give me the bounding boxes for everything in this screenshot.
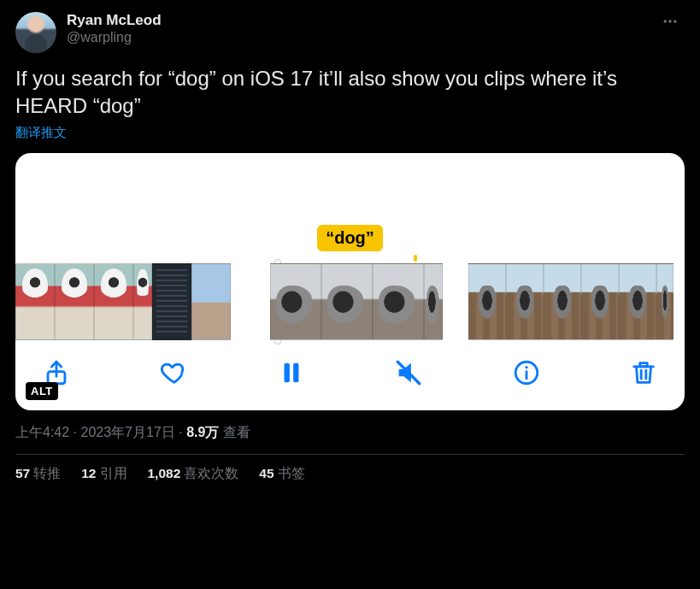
retweets-stat[interactable]: 57转推 <box>15 465 61 483</box>
thumbnail <box>424 263 443 340</box>
like-button[interactable] <box>156 356 191 390</box>
video-scrubber-strip[interactable] <box>15 263 685 340</box>
svg-point-9 <box>525 366 527 368</box>
svg-point-2 <box>674 20 676 22</box>
tweet-stats: 57转推 12引用 1,082喜欢次数 45书签 <box>15 465 685 483</box>
media-toolbar <box>15 340 685 410</box>
thumbnail <box>94 263 133 340</box>
thumbnail <box>152 263 191 340</box>
author-handle: @warpling <box>67 29 656 46</box>
tweet-header: Ryan McLeod @warpling <box>15 12 685 53</box>
delete-button[interactable] <box>626 356 661 390</box>
thumbnail <box>656 263 674 340</box>
mute-button[interactable] <box>391 356 426 390</box>
tweet-meta[interactable]: 上午4:422023年7月17日8.9万 查看 <box>15 424 685 442</box>
thumbnail <box>15 263 55 340</box>
thumbnail <box>619 263 656 340</box>
thumbnail <box>544 263 581 340</box>
speaker-muted-icon <box>394 358 423 387</box>
thumbnail <box>270 263 321 340</box>
media-card[interactable]: “dog” <box>15 153 685 410</box>
thumbnail <box>506 263 544 340</box>
thumbnail <box>321 263 373 340</box>
quotes-stat[interactable]: 12引用 <box>81 465 126 483</box>
trash-icon <box>629 358 658 387</box>
avatar[interactable] <box>15 12 56 53</box>
more-options-button[interactable] <box>656 7 685 36</box>
thumbnail <box>373 263 424 340</box>
caption-bubble-row: “dog” <box>15 225 685 262</box>
alt-text-badge[interactable]: ALT <box>26 382 58 400</box>
svg-point-1 <box>668 20 671 22</box>
divider <box>15 454 685 455</box>
thumbnail <box>581 263 619 340</box>
svg-rect-4 <box>284 363 289 383</box>
views-count: 8.9万 <box>186 425 219 439</box>
heart-icon <box>159 358 188 387</box>
caption-pointer <box>414 255 417 262</box>
svg-point-0 <box>664 20 667 22</box>
info-icon <box>512 358 541 387</box>
tweet-text: If you search for “dog” on iOS 17 it’ll … <box>15 65 685 120</box>
info-button[interactable] <box>509 356 544 390</box>
pause-button[interactable] <box>274 356 309 390</box>
thumbnail <box>468 263 506 340</box>
svg-rect-5 <box>293 363 298 383</box>
author-block[interactable]: Ryan McLeod @warpling <box>67 12 656 46</box>
tweet-date: 2023年7月17日 <box>80 425 174 439</box>
pause-icon <box>277 358 306 387</box>
thumbnail <box>55 263 94 340</box>
tweet-container: Ryan McLeod @warpling If you search for … <box>0 0 700 490</box>
bookmarks-stat[interactable]: 45书签 <box>259 465 304 483</box>
ellipsis-icon <box>662 13 679 30</box>
likes-stat[interactable]: 1,082喜欢次数 <box>148 465 239 483</box>
tweet-time: 上午4:42 <box>15 425 69 439</box>
author-display-name: Ryan McLeod <box>67 12 656 29</box>
thumbnail <box>191 263 231 340</box>
caption-bubble: “dog” <box>317 225 383 251</box>
views-label: 查看 <box>223 425 250 439</box>
translate-link[interactable]: 翻译推文 <box>15 125 685 141</box>
thumbnail <box>133 263 152 340</box>
